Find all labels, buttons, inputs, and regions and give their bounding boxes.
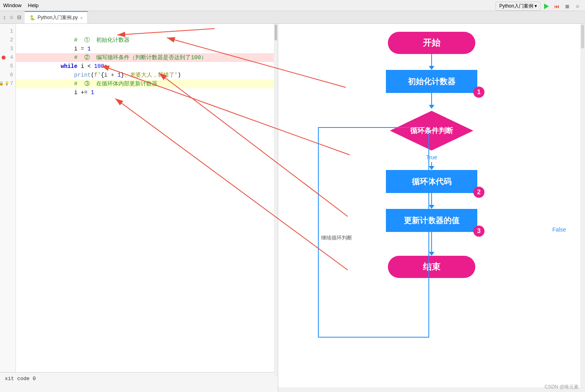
file-tab[interactable]: 🐍 Python入门案例.py ×: [25, 11, 88, 23]
fc-arrow-head-5: [429, 252, 434, 256]
run-button[interactable]: [542, 2, 551, 11]
line-num-2: 2: [0, 36, 15, 44]
fc-arrow-head-2: [429, 105, 434, 109]
fc-line-2: [431, 93, 432, 105]
tab-close-button[interactable]: ×: [80, 15, 83, 20]
tab-label: Python入门案例.py: [38, 14, 78, 21]
fc-line-3: [431, 162, 432, 166]
vertical-scrollbar[interactable]: [274, 24, 278, 376]
right-scrollbar-thumb[interactable]: [581, 25, 584, 48]
line-num-1: 1: [0, 27, 15, 36]
code-line-1: # ① 初始化计数器: [16, 27, 278, 36]
scrollbar-thumb[interactable]: [275, 25, 277, 41]
right-scrollbar[interactable]: [580, 24, 585, 392]
fc-arrow-head-1: [429, 66, 434, 70]
menu-bar: Window Help Python入门案例 ▾ ⏮ ⏹ ≡: [0, 0, 585, 11]
fc-loop-body-badge: 2: [473, 187, 484, 198]
fc-init-label: 初始化计数器: [408, 76, 455, 87]
line-num-6: 6: [0, 71, 15, 79]
fc-line-1: [431, 54, 432, 66]
terminal: xit code 0: [0, 372, 278, 392]
bulb-icon: 💡: [4, 79, 9, 88]
toolbar-icon-2[interactable]: ☆: [9, 14, 14, 20]
watermark: CSDN @唯元素: [544, 384, 579, 390]
play-icon: [544, 4, 549, 9]
run-bar: Python入门案例 ▾ ⏮ ⏹ ≡: [496, 2, 582, 11]
flowchart-panel: 开始 初始化计数器 1: [278, 24, 585, 392]
fc-arrow-head-3: [429, 166, 434, 170]
toolbar-icon-1[interactable]: ↕: [3, 14, 6, 20]
lock-icon: 🔒: [0, 79, 4, 88]
run-config-label[interactable]: Python入门案例 ▾: [496, 2, 540, 11]
settings-button[interactable]: ≡: [573, 2, 582, 11]
line-num-7: 🔒 💡 7: [0, 79, 15, 88]
fc-condition-label: 循环条件判断: [410, 126, 453, 135]
toolbar-icon-3[interactable]: ⊟: [17, 14, 21, 20]
bottom-scrollbar[interactable]: [278, 387, 580, 392]
fc-line-4: [431, 193, 432, 205]
file-icon: 🐍: [29, 15, 35, 21]
fc-arrow-5: [429, 232, 434, 256]
menu-help[interactable]: Help: [28, 2, 39, 8]
menu-window[interactable]: Window: [3, 2, 21, 8]
fc-start-label: 开始: [423, 37, 440, 49]
fc-start: 开始: [388, 32, 475, 54]
fc-arrow-4: [429, 193, 434, 209]
debug-button[interactable]: ⏮: [552, 2, 561, 11]
line-num-4: 4: [0, 53, 15, 62]
line-numbers: 1 2 3 4 5 6 🔒 💡 7: [0, 24, 16, 376]
terminal-text: xit code 0: [5, 376, 36, 382]
fc-arrow-head-4: [429, 205, 434, 209]
fc-arrow-3: [429, 162, 434, 170]
fc-arrow-2: [429, 93, 434, 109]
stop-button[interactable]: ⏹: [563, 2, 571, 11]
line-num-3: 3: [0, 44, 15, 53]
fc-false-label: False: [552, 226, 566, 233]
code-content: 1 2 3 4 5 6 🔒 💡 7 # ① 初始化计数器: [0, 24, 278, 376]
line-num-5: 5: [0, 62, 15, 71]
loop-rect: [318, 127, 429, 338]
fc-init-rect: 初始化计数器 1: [386, 70, 477, 93]
code-editor: 1 2 3 4 5 6 🔒 💡 7 # ① 初始化计数器: [0, 24, 278, 392]
fc-line-5: [431, 232, 432, 252]
fc-arrow-1: [429, 54, 434, 70]
fc-init-container: 初始化计数器 1: [386, 70, 477, 93]
code-lines[interactable]: # ① 初始化计数器 i = 1 # ② 编写循环条件（判断计数器是否达到了10…: [16, 24, 278, 376]
fc-init-badge: 1: [473, 87, 484, 98]
fc-update-badge: 3: [473, 226, 484, 237]
